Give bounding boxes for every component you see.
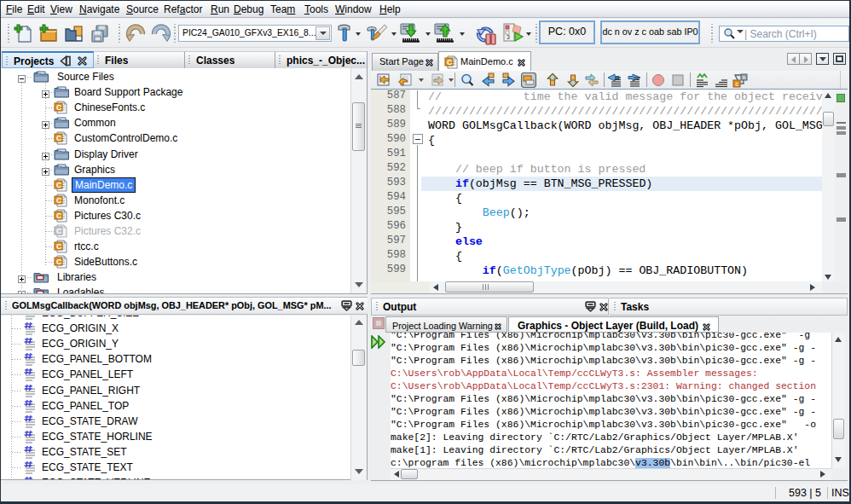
svg-text:C: C (56, 180, 62, 188)
svg-text:h: h (743, 75, 745, 80)
svg-text:C: C (56, 195, 62, 204)
svg-text:3: 3 (507, 34, 510, 40)
svg-text:C: C (56, 211, 62, 219)
svg-text:C: C (56, 134, 62, 142)
svg-text:C: C (56, 242, 62, 251)
svg-text:C: C (447, 58, 453, 67)
svg-text:C: C (56, 258, 62, 266)
svg-text:C: C (56, 227, 62, 235)
svg-text:C: C (56, 103, 62, 112)
